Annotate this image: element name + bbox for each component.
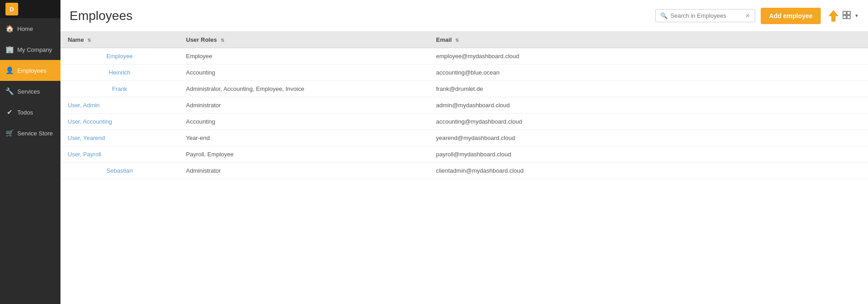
employee-name-cell[interactable]: User, Yearend: [60, 130, 179, 146]
employee-email-cell: clientadmin@mydashboard.cloud: [429, 163, 868, 179]
sidebar-item-my-company[interactable]: 🏢 My Company: [0, 39, 60, 60]
view-dropdown-icon[interactable]: ▼: [854, 13, 859, 18]
table-body: Employee Employee employee@mydashboard.c…: [60, 48, 868, 179]
svg-rect-4: [847, 15, 850, 19]
svg-rect-1: [843, 11, 846, 15]
search-clear-icon[interactable]: ✕: [745, 12, 750, 19]
table-row: User, Accounting Accounting accounting@m…: [60, 114, 868, 130]
employee-roles-cell: Employee: [179, 48, 429, 65]
employees-table: Name ⇅ User Roles ⇅ Email ⇅ Employee Emp…: [60, 32, 868, 179]
employee-roles-cell: Administrator: [179, 97, 429, 114]
grid-icon: [843, 11, 851, 19]
sidebar: D 🏠 Home 🏢 My Company 👤 Employees 🔧 Serv…: [0, 0, 60, 304]
employee-roles-cell: Year-end: [179, 130, 429, 146]
employee-email-cell: frank@drumlet.de: [429, 81, 868, 97]
sidebar-item-label-todos: Todos: [17, 109, 33, 116]
sidebar-item-label-employees: Employees: [17, 67, 46, 74]
services-icon: 🔧: [5, 87, 14, 95]
sidebar-item-label-service-store: Service Store: [17, 130, 53, 137]
employee-roles-cell: Accounting: [179, 114, 429, 130]
employee-roles-cell: Administrator, Accounting, Employee, Inv…: [179, 81, 429, 97]
employee-name-cell[interactable]: Sebastian: [60, 163, 179, 179]
table-row: Sebastian Administrator clientadmin@myda…: [60, 163, 868, 179]
employee-name-cell[interactable]: User, Accounting: [60, 114, 179, 130]
employee-email-cell: accounting@blue.ocean: [429, 65, 868, 81]
home-icon: 🏠: [5, 25, 14, 33]
svg-marker-0: [829, 10, 838, 21]
table-row: User, Admin Administrator admin@mydashbo…: [60, 97, 868, 114]
logo-icon: D: [5, 3, 18, 15]
sort-icon-roles: ⇅: [221, 38, 224, 43]
search-icon: 🔍: [660, 12, 667, 19]
todos-icon: ✔: [5, 108, 14, 116]
sidebar-item-todos[interactable]: ✔ Todos: [0, 102, 60, 123]
search-box[interactable]: 🔍 ✕: [655, 9, 755, 22]
employee-name-cell[interactable]: User, Admin: [60, 97, 179, 114]
employee-email-cell: payroll@mydashboard.cloud: [429, 146, 868, 163]
employee-email-cell: admin@mydashboard.cloud: [429, 97, 868, 114]
employee-name-cell[interactable]: Heinrich: [60, 65, 179, 81]
table-row: Frank Administrator, Accounting, Employe…: [60, 81, 868, 97]
upload-icon[interactable]: [828, 10, 839, 22]
arrow-up-icon: [828, 10, 839, 22]
employee-roles-cell: Administrator: [179, 163, 429, 179]
main-content: Employees 🔍 ✕ Add employee: [60, 0, 868, 304]
column-header-email[interactable]: Email ⇅: [429, 32, 868, 48]
sidebar-item-label-my-company: My Company: [17, 46, 52, 53]
employee-email-cell: employee@mydashboard.cloud: [429, 48, 868, 65]
employee-roles-cell: Accounting: [179, 65, 429, 81]
service-store-icon: 🛒: [5, 129, 14, 137]
sort-icon-name: ⇅: [87, 38, 91, 43]
sidebar-item-label-home: Home: [17, 25, 33, 32]
table-row: Employee Employee employee@mydashboard.c…: [60, 48, 868, 65]
add-employee-button[interactable]: Add employee: [761, 8, 821, 24]
search-input[interactable]: [670, 12, 743, 19]
my-company-icon: 🏢: [5, 45, 14, 54]
view-controls: ▼: [828, 9, 859, 23]
grid-view-button[interactable]: [841, 9, 853, 23]
page-title: Employees: [70, 9, 650, 23]
sidebar-item-employees[interactable]: 👤 Employees: [0, 60, 60, 81]
table-row: User, Yearend Year-end yearend@mydashboa…: [60, 130, 868, 146]
svg-rect-2: [847, 11, 850, 15]
employee-name-cell[interactable]: Frank: [60, 81, 179, 97]
employee-roles-cell: Payroll, Employee: [179, 146, 429, 163]
content-area: Name ⇅ User Roles ⇅ Email ⇅ Employee Emp…: [60, 32, 868, 304]
topbar: Employees 🔍 ✕ Add employee: [60, 0, 868, 32]
table-row: User, Payroll Payroll, Employee payroll@…: [60, 146, 868, 163]
column-header-name[interactable]: Name ⇅: [60, 32, 179, 48]
employee-email-cell: accounting@mydashboard.cloud: [429, 114, 868, 130]
sidebar-nav: 🏠 Home 🏢 My Company 👤 Employees 🔧 Servic…: [0, 18, 60, 144]
employees-icon: 👤: [5, 66, 14, 75]
sidebar-item-services[interactable]: 🔧 Services: [0, 81, 60, 102]
employee-email-cell: yearend@mydashboard.cloud: [429, 130, 868, 146]
table-header-row: Name ⇅ User Roles ⇅ Email ⇅: [60, 32, 868, 48]
table-row: Heinrich Accounting accounting@blue.ocea…: [60, 65, 868, 81]
sidebar-logo: D: [0, 0, 60, 18]
column-header-roles[interactable]: User Roles ⇅: [179, 32, 429, 48]
svg-rect-3: [843, 15, 846, 19]
sidebar-item-service-store[interactable]: 🛒 Service Store: [0, 123, 60, 144]
employee-name-cell[interactable]: Employee: [60, 48, 179, 65]
sidebar-item-home[interactable]: 🏠 Home: [0, 18, 60, 39]
sidebar-item-label-services: Services: [17, 88, 40, 95]
employee-name-cell[interactable]: User, Payroll: [60, 146, 179, 163]
sort-icon-email: ⇅: [455, 38, 459, 43]
